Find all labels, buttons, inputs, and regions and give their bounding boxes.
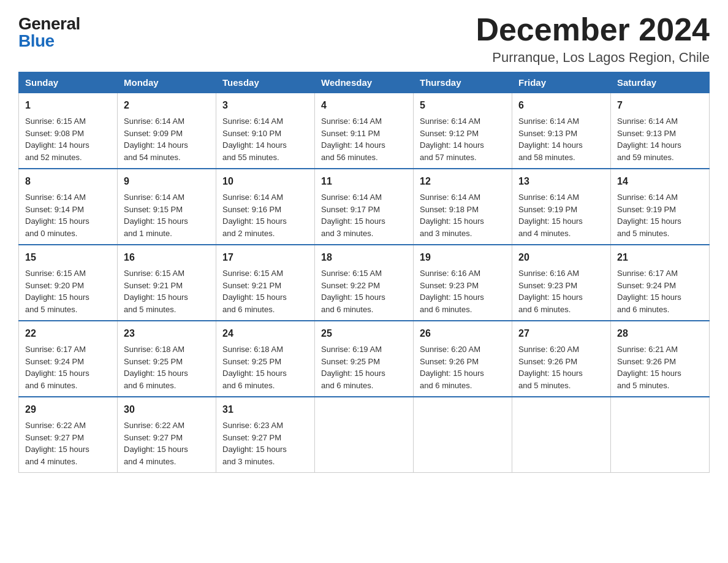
calendar-cell: 24Sunrise: 6:18 AM Sunset: 9:25 PM Dayli… xyxy=(216,321,315,397)
calendar-cell: 25Sunrise: 6:19 AM Sunset: 9:25 PM Dayli… xyxy=(315,321,414,397)
calendar-cell xyxy=(414,397,512,473)
day-info: Sunrise: 6:14 AM Sunset: 9:17 PM Dayligh… xyxy=(321,193,385,238)
day-number: 27 xyxy=(518,326,604,341)
day-info: Sunrise: 6:20 AM Sunset: 9:26 PM Dayligh… xyxy=(420,345,484,390)
day-info: Sunrise: 6:21 AM Sunset: 9:26 PM Dayligh… xyxy=(617,345,681,390)
day-info: Sunrise: 6:14 AM Sunset: 9:09 PM Dayligh… xyxy=(124,117,188,162)
day-info: Sunrise: 6:14 AM Sunset: 9:10 PM Dayligh… xyxy=(222,117,287,162)
logo-general-text: General xyxy=(18,15,80,33)
day-number: 12 xyxy=(420,174,506,189)
calendar-cell: 8Sunrise: 6:14 AM Sunset: 9:14 PM Daylig… xyxy=(19,169,118,245)
calendar-body: 1Sunrise: 6:15 AM Sunset: 9:08 PM Daylig… xyxy=(19,93,710,473)
logo-blue-text: Blue xyxy=(18,33,55,50)
calendar-header-monday: Monday xyxy=(118,72,216,93)
calendar-week-row-5: 29Sunrise: 6:22 AM Sunset: 9:27 PM Dayli… xyxy=(19,397,710,473)
day-info: Sunrise: 6:16 AM Sunset: 9:23 PM Dayligh… xyxy=(420,269,484,314)
day-info: Sunrise: 6:15 AM Sunset: 9:21 PM Dayligh… xyxy=(222,269,287,314)
page-header: General Blue December 2024 Purranque, Lo… xyxy=(18,12,710,66)
calendar-week-row-3: 15Sunrise: 6:15 AM Sunset: 9:20 PM Dayli… xyxy=(19,245,710,321)
day-info: Sunrise: 6:14 AM Sunset: 9:15 PM Dayligh… xyxy=(124,193,188,238)
calendar-cell: 30Sunrise: 6:22 AM Sunset: 9:27 PM Dayli… xyxy=(118,397,216,473)
day-info: Sunrise: 6:15 AM Sunset: 9:21 PM Dayligh… xyxy=(124,269,188,314)
calendar-cell: 5Sunrise: 6:14 AM Sunset: 9:12 PM Daylig… xyxy=(414,93,512,169)
day-number: 19 xyxy=(420,250,506,265)
day-info: Sunrise: 6:20 AM Sunset: 9:26 PM Dayligh… xyxy=(518,345,583,390)
day-info: Sunrise: 6:17 AM Sunset: 9:24 PM Dayligh… xyxy=(617,269,681,314)
day-number: 7 xyxy=(617,98,703,113)
day-number: 2 xyxy=(124,98,210,113)
day-number: 29 xyxy=(25,402,111,417)
calendar-cell: 26Sunrise: 6:20 AM Sunset: 9:26 PM Dayli… xyxy=(414,321,512,397)
day-number: 4 xyxy=(321,98,407,113)
day-number: 31 xyxy=(222,402,308,417)
day-number: 13 xyxy=(518,174,604,189)
day-number: 14 xyxy=(617,174,703,189)
day-info: Sunrise: 6:19 AM Sunset: 9:25 PM Dayligh… xyxy=(321,345,385,390)
day-info: Sunrise: 6:17 AM Sunset: 9:24 PM Dayligh… xyxy=(25,345,89,390)
calendar-header-sunday: Sunday xyxy=(19,72,118,93)
calendar-cell: 18Sunrise: 6:15 AM Sunset: 9:22 PM Dayli… xyxy=(315,245,414,321)
day-number: 5 xyxy=(420,98,506,113)
calendar-cell: 6Sunrise: 6:14 AM Sunset: 9:13 PM Daylig… xyxy=(512,93,611,169)
calendar-header-row: SundayMondayTuesdayWednesdayThursdayFrid… xyxy=(19,72,710,93)
month-title: December 2024 xyxy=(476,12,710,47)
day-number: 16 xyxy=(124,250,210,265)
day-number: 28 xyxy=(617,326,703,341)
calendar-cell: 29Sunrise: 6:22 AM Sunset: 9:27 PM Dayli… xyxy=(19,397,118,473)
calendar-cell: 7Sunrise: 6:14 AM Sunset: 9:13 PM Daylig… xyxy=(611,93,710,169)
calendar-cell: 15Sunrise: 6:15 AM Sunset: 9:20 PM Dayli… xyxy=(19,245,118,321)
calendar-cell: 11Sunrise: 6:14 AM Sunset: 9:17 PM Dayli… xyxy=(315,169,414,245)
calendar-cell: 19Sunrise: 6:16 AM Sunset: 9:23 PM Dayli… xyxy=(414,245,512,321)
day-info: Sunrise: 6:14 AM Sunset: 9:16 PM Dayligh… xyxy=(222,193,287,238)
title-block: December 2024 Purranque, Los Lagos Regio… xyxy=(476,12,710,66)
day-info: Sunrise: 6:23 AM Sunset: 9:27 PM Dayligh… xyxy=(222,421,287,466)
calendar-cell: 16Sunrise: 6:15 AM Sunset: 9:21 PM Dayli… xyxy=(118,245,216,321)
day-number: 20 xyxy=(518,250,604,265)
day-info: Sunrise: 6:15 AM Sunset: 9:08 PM Dayligh… xyxy=(25,117,89,162)
day-info: Sunrise: 6:14 AM Sunset: 9:12 PM Dayligh… xyxy=(420,117,484,162)
day-number: 8 xyxy=(25,174,111,189)
day-number: 9 xyxy=(124,174,210,189)
day-info: Sunrise: 6:14 AM Sunset: 9:19 PM Dayligh… xyxy=(617,193,681,238)
calendar-cell: 20Sunrise: 6:16 AM Sunset: 9:23 PM Dayli… xyxy=(512,245,611,321)
calendar-table: SundayMondayTuesdayWednesdayThursdayFrid… xyxy=(18,72,710,473)
day-number: 6 xyxy=(518,98,604,113)
calendar-cell: 4Sunrise: 6:14 AM Sunset: 9:11 PM Daylig… xyxy=(315,93,414,169)
calendar-cell: 10Sunrise: 6:14 AM Sunset: 9:16 PM Dayli… xyxy=(216,169,315,245)
calendar-cell: 27Sunrise: 6:20 AM Sunset: 9:26 PM Dayli… xyxy=(512,321,611,397)
calendar-cell: 22Sunrise: 6:17 AM Sunset: 9:24 PM Dayli… xyxy=(19,321,118,397)
day-number: 1 xyxy=(25,98,111,113)
day-info: Sunrise: 6:14 AM Sunset: 9:11 PM Dayligh… xyxy=(321,117,385,162)
calendar-cell: 21Sunrise: 6:17 AM Sunset: 9:24 PM Dayli… xyxy=(611,245,710,321)
day-number: 15 xyxy=(25,250,111,265)
logo: General Blue xyxy=(18,15,80,50)
calendar-week-row-4: 22Sunrise: 6:17 AM Sunset: 9:24 PM Dayli… xyxy=(19,321,710,397)
day-info: Sunrise: 6:15 AM Sunset: 9:22 PM Dayligh… xyxy=(321,269,385,314)
calendar-cell xyxy=(611,397,710,473)
calendar-header-saturday: Saturday xyxy=(611,72,710,93)
day-number: 24 xyxy=(222,326,308,341)
calendar-cell: 9Sunrise: 6:14 AM Sunset: 9:15 PM Daylig… xyxy=(118,169,216,245)
calendar-cell: 31Sunrise: 6:23 AM Sunset: 9:27 PM Dayli… xyxy=(216,397,315,473)
day-info: Sunrise: 6:14 AM Sunset: 9:18 PM Dayligh… xyxy=(420,193,484,238)
day-info: Sunrise: 6:14 AM Sunset: 9:13 PM Dayligh… xyxy=(617,117,681,162)
day-info: Sunrise: 6:16 AM Sunset: 9:23 PM Dayligh… xyxy=(518,269,583,314)
location-title: Purranque, Los Lagos Region, Chile xyxy=(476,50,710,66)
day-number: 21 xyxy=(617,250,703,265)
calendar-cell: 2Sunrise: 6:14 AM Sunset: 9:09 PM Daylig… xyxy=(118,93,216,169)
day-info: Sunrise: 6:15 AM Sunset: 9:20 PM Dayligh… xyxy=(25,269,89,314)
day-number: 23 xyxy=(124,326,210,341)
calendar-cell: 14Sunrise: 6:14 AM Sunset: 9:19 PM Dayli… xyxy=(611,169,710,245)
calendar-cell: 28Sunrise: 6:21 AM Sunset: 9:26 PM Dayli… xyxy=(611,321,710,397)
day-number: 10 xyxy=(222,174,308,189)
day-info: Sunrise: 6:14 AM Sunset: 9:19 PM Dayligh… xyxy=(518,193,583,238)
calendar-week-row-2: 8Sunrise: 6:14 AM Sunset: 9:14 PM Daylig… xyxy=(19,169,710,245)
day-info: Sunrise: 6:22 AM Sunset: 9:27 PM Dayligh… xyxy=(124,421,188,466)
calendar-week-row-1: 1Sunrise: 6:15 AM Sunset: 9:08 PM Daylig… xyxy=(19,93,710,169)
day-number: 3 xyxy=(222,98,308,113)
day-info: Sunrise: 6:14 AM Sunset: 9:14 PM Dayligh… xyxy=(25,193,89,238)
day-number: 17 xyxy=(222,250,308,265)
calendar-cell: 1Sunrise: 6:15 AM Sunset: 9:08 PM Daylig… xyxy=(19,93,118,169)
day-info: Sunrise: 6:18 AM Sunset: 9:25 PM Dayligh… xyxy=(124,345,188,390)
calendar-header-wednesday: Wednesday xyxy=(315,72,414,93)
